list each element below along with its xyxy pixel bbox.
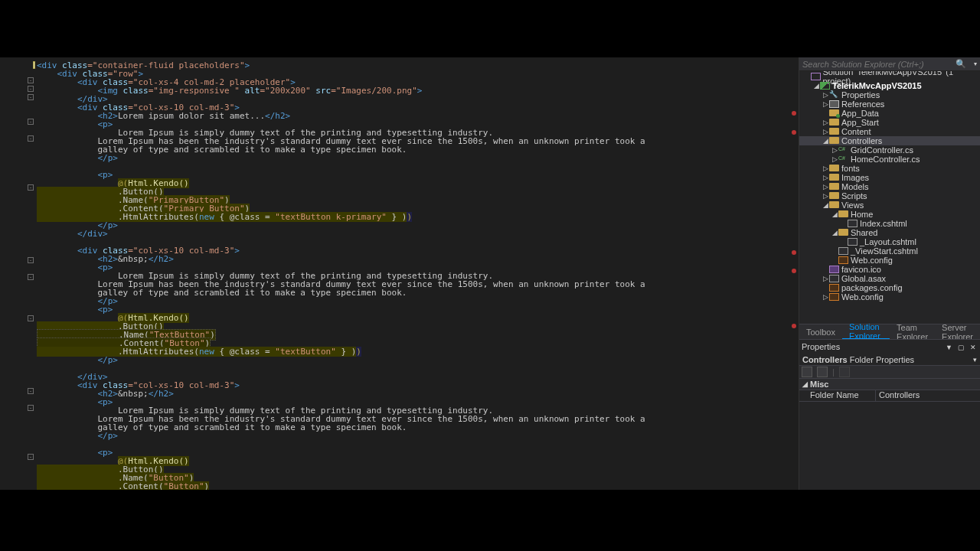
tree-item-layout[interactable]: _Layout.cshtml xyxy=(799,237,980,246)
solution-node[interactable]: Solution 'TelerikMvcAppVS2015' (1 projec… xyxy=(799,72,980,81)
folder-icon xyxy=(829,109,839,117)
folder-icon xyxy=(829,165,839,172)
config-file-icon xyxy=(829,284,839,292)
fold-toggle[interactable]: - xyxy=(28,405,34,411)
fold-toggle[interactable]: - xyxy=(28,135,34,142)
alphabetical-button[interactable] xyxy=(817,367,828,377)
folder-icon xyxy=(829,183,839,191)
fold-toggle[interactable]: - xyxy=(28,119,34,125)
code-content[interactable]: <div class="container-fluid placeholders… xyxy=(0,57,799,490)
dropdown-icon[interactable]: ▼ xyxy=(944,344,954,351)
properties-pane: Properties ▼ ▢ ✕ Controllers Controllers… xyxy=(799,339,980,490)
tree-item-views[interactable]: ◢Views xyxy=(799,201,980,210)
tree-item-webconfig[interactable]: Web.config xyxy=(799,256,980,265)
fold-toggle[interactable]: - xyxy=(28,274,34,280)
side-tab-bar: Toolbox Solution Explorer Team Explorer … xyxy=(799,324,980,339)
fold-toggle[interactable]: - xyxy=(28,77,34,83)
bookmark-glyph xyxy=(33,61,35,69)
tree-item-viewstart[interactable]: _ViewStart.cshtml xyxy=(799,246,980,256)
properties-title: Properties xyxy=(802,342,840,351)
tab-toolbox[interactable]: Toolbox xyxy=(799,324,842,339)
solution-tree[interactable]: Solution 'TelerikMvcAppVS2015' (1 projec… xyxy=(799,71,980,324)
fold-toggle[interactable]: - xyxy=(28,315,34,321)
code-editor[interactable]: - - - - - - - - - - - - <div class="cont… xyxy=(0,57,799,490)
tree-item-homecontroller[interactable]: ▷HomeController.cs xyxy=(799,155,980,164)
tree-item-favicon[interactable]: favicon.ico xyxy=(799,265,980,274)
solution-explorer-pane: 🔍 ▾ Solution 'TelerikMvcAppVS2015' (1 pr… xyxy=(799,57,980,490)
tree-item-appstart[interactable]: ▷App_Start xyxy=(799,118,980,127)
project-icon xyxy=(820,82,830,90)
folder-icon xyxy=(838,210,848,218)
fold-toggle[interactable]: - xyxy=(28,388,34,394)
solution-search-input[interactable] xyxy=(799,60,951,69)
error-marker[interactable] xyxy=(792,130,796,135)
references-icon xyxy=(829,100,839,108)
tree-item-references[interactable]: ▷References xyxy=(799,99,980,109)
tree-item-shared[interactable]: ◢Shared xyxy=(799,228,980,237)
file-icon xyxy=(848,220,858,227)
folder-icon xyxy=(829,128,839,135)
property-row[interactable]: Folder Name Controllers xyxy=(799,390,980,402)
error-marker[interactable] xyxy=(792,111,796,116)
search-dropdown-icon[interactable]: ▾ xyxy=(971,60,980,67)
properties-subtitle: Controllers Controllers Folder Propertie… xyxy=(799,354,980,365)
tree-item-scripts[interactable]: ▷Scripts xyxy=(799,191,980,201)
pin-icon[interactable]: ▢ xyxy=(956,344,966,351)
config-file-icon xyxy=(829,293,839,301)
tree-item-webconfig2[interactable]: ▷Web.config xyxy=(799,292,980,302)
folder-icon xyxy=(829,201,839,209)
fold-toggle[interactable]: - xyxy=(28,454,34,460)
tab-team-explorer[interactable]: Team Explorer xyxy=(890,324,935,339)
file-icon xyxy=(848,238,858,246)
folder-icon xyxy=(829,174,839,181)
search-icon[interactable]: 🔍 xyxy=(951,59,971,69)
tab-solution-explorer[interactable]: Solution Explorer xyxy=(842,325,890,340)
close-icon[interactable]: ✕ xyxy=(969,344,978,351)
fold-toggle[interactable]: - xyxy=(28,257,34,263)
tree-item-fonts[interactable]: ▷fonts xyxy=(799,164,980,173)
fold-toggle[interactable]: - xyxy=(28,184,34,191)
solution-search-bar: 🔍 ▾ xyxy=(799,57,980,71)
tree-item-index[interactable]: Index.cshtml xyxy=(799,219,980,228)
category-misc[interactable]: ◢Misc xyxy=(799,379,980,390)
folder-icon xyxy=(829,192,839,200)
tree-item-packages[interactable]: packages.config xyxy=(799,283,980,292)
categorized-button[interactable] xyxy=(802,367,812,377)
fold-toggle[interactable]: - xyxy=(28,86,34,92)
property-name: Folder Name xyxy=(799,390,876,401)
ico-file-icon xyxy=(829,266,839,273)
wrench-icon xyxy=(829,91,839,99)
folder-icon xyxy=(829,119,839,126)
property-pages-button[interactable] xyxy=(839,367,850,377)
fold-toggle[interactable]: - xyxy=(28,94,34,100)
tree-item-gridcontroller[interactable]: ▷GridController.cs xyxy=(799,145,980,155)
tree-item-properties[interactable]: ▷Properties xyxy=(799,90,980,99)
tree-item-models[interactable]: ▷Models xyxy=(799,182,980,191)
tree-item-images[interactable]: ▷Images xyxy=(799,173,980,182)
config-file-icon xyxy=(838,256,848,264)
file-icon xyxy=(838,247,848,255)
property-value[interactable]: Controllers xyxy=(876,390,980,401)
solution-icon xyxy=(811,73,821,80)
error-marker[interactable] xyxy=(792,269,796,273)
tab-server-explorer[interactable]: Server Explorer xyxy=(935,324,980,339)
tree-item-home[interactable]: ◢Home xyxy=(799,210,980,219)
csharp-file-icon xyxy=(838,146,848,154)
editor-gutter: - - - - - - - - - - - - xyxy=(0,57,29,490)
error-marker[interactable] xyxy=(792,324,796,328)
folder-icon xyxy=(829,137,839,145)
tree-item-global[interactable]: ▷Global.asax xyxy=(799,274,980,283)
tree-item-content[interactable]: ▷Content xyxy=(799,127,980,136)
error-marker[interactable] xyxy=(792,250,796,255)
file-icon xyxy=(829,275,839,282)
folder-icon xyxy=(838,229,848,236)
tree-item-appdata[interactable]: App_Data xyxy=(799,109,980,118)
tree-item-controllers[interactable]: ◢Controllers xyxy=(799,136,980,145)
csharp-file-icon xyxy=(838,155,848,163)
